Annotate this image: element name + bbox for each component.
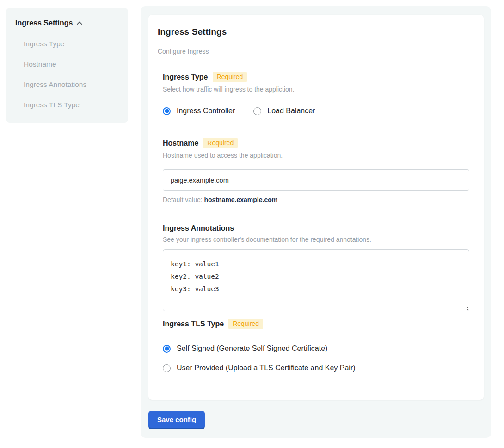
save-config-button[interactable]: Save config (148, 411, 205, 429)
settings-sidebar: Ingress Settings Ingress Type Hostname I… (6, 8, 128, 123)
sidebar-item-hostname[interactable]: Hostname (24, 54, 119, 74)
radio-label: User Provided (Upload a TLS Certificate … (177, 364, 356, 372)
radio-button-icon[interactable] (253, 107, 261, 115)
ingress-tls-radio-group: Self Signed (Generate Self Signed Certif… (163, 344, 469, 372)
page-subtitle: Configure Ingress (158, 48, 469, 55)
hostname-label: Hostname (163, 139, 198, 147)
ingress-annotations-textarea[interactable]: key1: value1 key2: value2 key3: value3 (163, 249, 469, 311)
hostname-input[interactable] (163, 169, 469, 191)
required-badge: Required (228, 319, 263, 329)
radio-option-user-provided[interactable]: User Provided (Upload a TLS Certificate … (163, 364, 469, 372)
sidebar-item-ingress-type[interactable]: Ingress Type (24, 34, 119, 54)
required-badge: Required (203, 138, 238, 148)
ingress-settings-card: Ingress Settings Configure Ingress Ingre… (148, 15, 484, 400)
radio-label: Ingress Controller (177, 107, 235, 115)
section-hostname: Hostname Required Hostname used to acces… (163, 138, 469, 203)
sidebar-item-ingress-tls-type[interactable]: Ingress TLS Type (24, 95, 119, 115)
radio-button-icon[interactable] (163, 364, 171, 372)
sidebar-item-ingress-annotations[interactable]: Ingress Annotations (24, 74, 119, 95)
radio-button-icon[interactable] (163, 345, 171, 353)
required-badge: Required (213, 72, 247, 82)
sidebar-section-toggle[interactable]: Ingress Settings (15, 19, 119, 27)
ingress-annotations-label: Ingress Annotations (163, 224, 234, 233)
section-ingress-type: Ingress Type Required Select how traffic… (163, 72, 469, 115)
sidebar-item-list: Ingress Type Hostname Ingress Annotation… (24, 34, 119, 115)
default-value-prefix: Default value: (163, 196, 204, 203)
section-ingress-annotations: Ingress Annotations See your ingress con… (163, 224, 469, 313)
chevron-up-icon (76, 20, 83, 26)
radio-label: Self Signed (Generate Self Signed Certif… (177, 344, 327, 353)
radio-button-icon[interactable] (163, 107, 171, 115)
radio-option-self-signed[interactable]: Self Signed (Generate Self Signed Certif… (163, 344, 469, 353)
ingress-tls-type-label: Ingress TLS Type (163, 320, 224, 328)
settings-main-panel: Ingress Settings Configure Ingress Ingre… (141, 6, 491, 438)
ingress-type-label: Ingress Type (163, 73, 208, 81)
hostname-default-line: Default value: hostname.example.com (163, 196, 469, 203)
sidebar-section-title: Ingress Settings (15, 19, 73, 27)
ingress-annotations-help-text: See your ingress controller's documentat… (163, 236, 469, 243)
default-value-text: hostname.example.com (204, 196, 278, 203)
ingress-type-radio-group: Ingress Controller Load Balancer (163, 107, 469, 115)
radio-option-ingress-controller[interactable]: Ingress Controller (163, 107, 235, 115)
section-ingress-tls-type: Ingress TLS Type Required Self Signed (G… (163, 319, 469, 372)
page-title: Ingress Settings (158, 27, 469, 37)
radio-label: Load Balancer (267, 107, 315, 115)
ingress-type-help-text: Select how traffic will ingress to the a… (163, 86, 469, 93)
radio-option-load-balancer[interactable]: Load Balancer (253, 107, 315, 115)
hostname-help-text: Hostname used to access the application. (163, 152, 469, 159)
